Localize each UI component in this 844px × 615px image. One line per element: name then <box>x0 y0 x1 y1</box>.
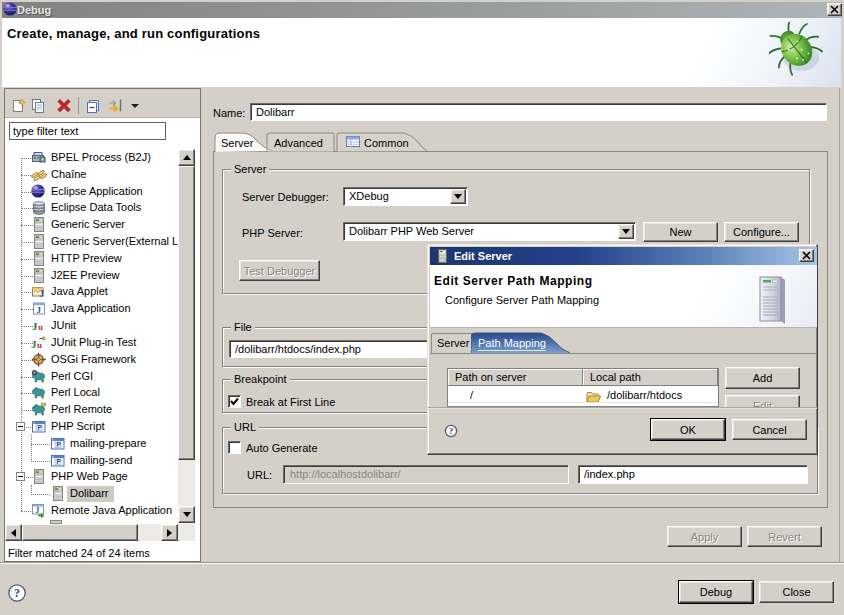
svg-text:?: ? <box>449 426 454 436</box>
svg-text:u: u <box>38 322 43 332</box>
svg-text:P: P <box>37 424 42 431</box>
svg-text:J: J <box>39 288 44 299</box>
svg-text:P: P <box>56 441 61 448</box>
svg-text:J: J <box>36 506 40 515</box>
svg-text:u: u <box>37 340 42 350</box>
svg-text:?: ? <box>14 586 20 600</box>
svg-text:J: J <box>36 305 41 315</box>
svg-text:P: P <box>56 458 61 465</box>
